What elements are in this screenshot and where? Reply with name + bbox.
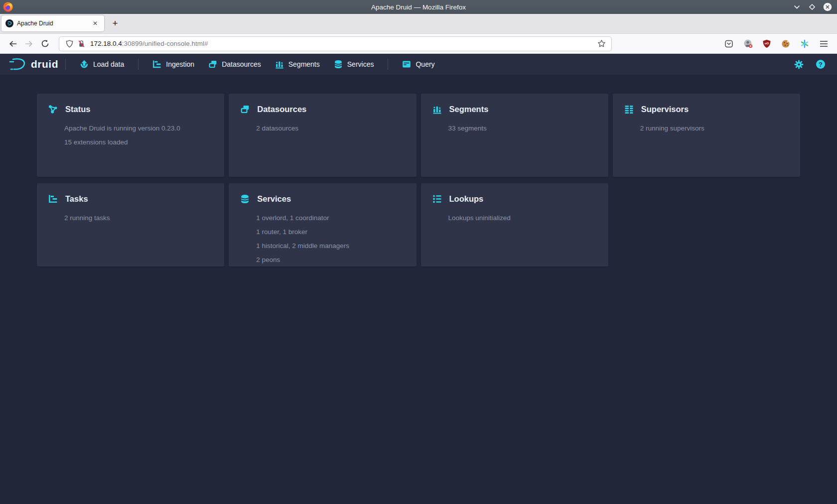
lookups-status-text: Lookups uninitialized (448, 211, 598, 225)
druid-logo[interactable]: druid (9, 58, 58, 71)
nav-label-query: Query (416, 60, 434, 68)
settings-gear-icon[interactable] (791, 57, 806, 72)
multi-select-icon (240, 105, 250, 114)
cookie-editor-icon[interactable] (778, 36, 793, 51)
database-icon (334, 60, 343, 69)
svg-text:uO: uO (765, 41, 769, 44)
nav-label-segments: Segments (288, 60, 320, 68)
menu-hamburger-icon[interactable] (816, 36, 831, 51)
datasources-count-text: 2 datasources (256, 122, 406, 135)
new-tab-button[interactable]: + (108, 16, 122, 30)
ublock-origin-icon[interactable]: uO (759, 36, 774, 51)
nav-separator (65, 59, 66, 70)
properties-list-icon (432, 194, 442, 204)
card-title-tasks: Tasks (65, 194, 88, 204)
nav-separator (388, 59, 388, 70)
nav-item-segments[interactable]: Segments (268, 54, 327, 75)
status-version-text: Apache Druid is running version 0.23.0 (64, 122, 214, 135)
browser-tab[interactable]: Apache Druid ✕ (1, 15, 104, 31)
brand-wordmark: druid (31, 58, 58, 70)
query-console-icon (402, 60, 411, 69)
url-path: :30899/unified-console.html# (122, 40, 208, 47)
window-titlebar: Apache Druid — Mozilla Firefox (0, 0, 837, 14)
tab-strip: Apache Druid ✕ + (0, 14, 837, 34)
help-glyph: ? (819, 61, 823, 68)
reload-button[interactable] (37, 36, 53, 51)
nav-label-load-data: Load data (93, 60, 124, 68)
segments-count-text: 33 segments (448, 122, 598, 135)
card-tasks[interactable]: Tasks 2 running tasks (37, 183, 224, 266)
supervisors-count-text: 2 running supervisors (640, 122, 790, 135)
tab-close-icon[interactable]: ✕ (90, 18, 100, 28)
gantt-chart-icon (48, 194, 58, 204)
shield-icon[interactable] (63, 38, 75, 49)
bar-chart-icon (275, 60, 284, 69)
window-title: Apache Druid — Mozilla Firefox (0, 3, 837, 11)
card-segments[interactable]: Segments 33 segments (421, 94, 608, 177)
card-title-lookups: Lookups (449, 194, 484, 204)
maximize-button[interactable] (808, 2, 817, 11)
help-icon[interactable]: ? (813, 57, 828, 72)
list-columns-icon (624, 105, 634, 114)
nav-item-datasources[interactable]: Datasources (201, 54, 268, 75)
services-line-3: 1 historical, 2 middle managers (256, 239, 406, 253)
druid-logo-icon (9, 58, 27, 71)
url-bar[interactable]: 172.18.0.4:30899/unified-console.html# (59, 36, 612, 51)
nav-item-load-data[interactable]: Load data (73, 54, 131, 75)
card-title-status: Status (65, 105, 90, 114)
tasks-count-text: 2 running tasks (64, 211, 214, 225)
close-button[interactable] (823, 2, 832, 11)
bar-chart-icon (432, 105, 442, 114)
druid-navbar: druid Load data Ingestion Datasources (0, 54, 837, 75)
card-title-datasources: Datasources (257, 105, 306, 114)
multi-select-icon (208, 60, 217, 69)
card-title-segments: Segments (449, 105, 489, 114)
status-extensions-text: 15 extensions loaded (64, 135, 214, 149)
tab-title: Apache Druid (17, 20, 90, 27)
nav-label-datasources: Datasources (222, 60, 261, 68)
pocket-icon[interactable] (721, 36, 736, 51)
card-supervisors[interactable]: Supervisors 2 running supervisors (613, 94, 800, 177)
nav-item-services[interactable]: Services (327, 54, 381, 75)
insecure-lock-icon[interactable] (75, 38, 87, 49)
card-lookups[interactable]: Lookups Lookups uninitialized (421, 183, 608, 266)
browser-toolbar: 172.18.0.4:30899/unified-console.html# u… (0, 34, 837, 54)
services-line-1: 1 overlord, 1 coordinator (256, 211, 406, 225)
services-line-2: 1 router, 1 broker (256, 225, 406, 239)
graph-icon (48, 105, 58, 114)
url-host: 172.18.0.4 (90, 40, 122, 47)
forward-button[interactable] (21, 36, 37, 51)
extension-asterisk-icon[interactable] (797, 36, 812, 51)
gantt-chart-icon (152, 60, 161, 69)
card-title-services: Services (257, 194, 291, 204)
home-view: Status Apache Druid is running version 0… (0, 75, 837, 266)
nav-label-services: Services (347, 60, 374, 68)
card-status[interactable]: Status Apache Druid is running version 0… (37, 94, 224, 177)
card-datasources[interactable]: Datasources 2 datasources (229, 94, 416, 177)
back-button[interactable] (5, 36, 21, 51)
nav-item-query[interactable]: Query (395, 54, 441, 75)
services-line-4: 2 peons (256, 253, 406, 267)
druid-favicon (5, 19, 13, 27)
nav-item-ingestion[interactable]: Ingestion (145, 54, 201, 75)
minimize-button[interactable] (792, 2, 801, 11)
nav-label-ingestion: Ingestion (166, 60, 194, 68)
profile-extension-icon[interactable] (740, 36, 755, 51)
nav-separator (138, 59, 139, 70)
card-title-supervisors: Supervisors (641, 105, 689, 114)
card-services[interactable]: Services 1 overlord, 1 coordinator 1 rou… (229, 183, 416, 266)
bookmark-star-icon[interactable] (595, 38, 607, 49)
url-text: 172.18.0.4:30899/unified-console.html# (90, 40, 595, 47)
upload-icon (80, 60, 89, 69)
database-icon (240, 194, 250, 204)
